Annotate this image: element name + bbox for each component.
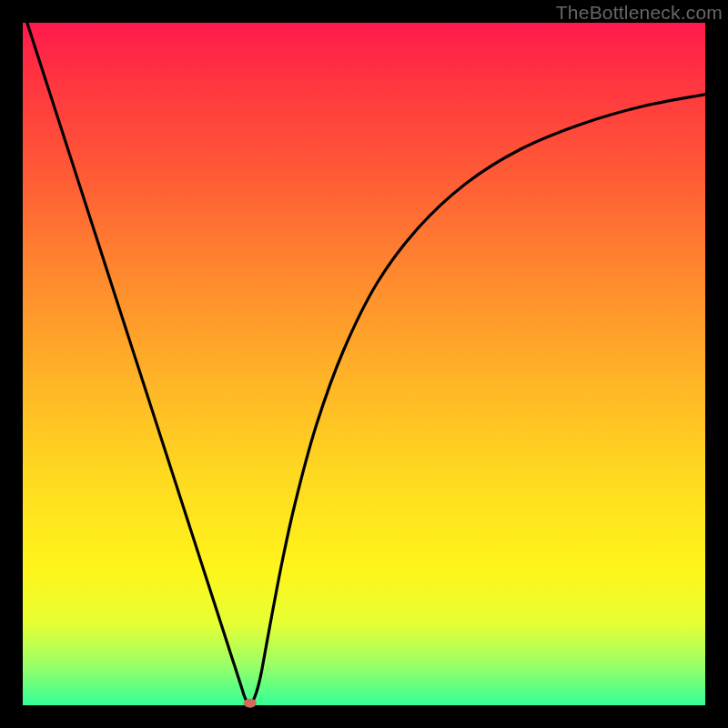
curve-svg: [23, 23, 705, 705]
bottleneck-marker: [244, 699, 257, 708]
watermark-text: TheBottleneck.com: [556, 2, 723, 24]
plot-area: [23, 23, 705, 705]
outer-frame: TheBottleneck.com: [0, 0, 728, 728]
bottleneck-curve: [23, 9, 705, 704]
